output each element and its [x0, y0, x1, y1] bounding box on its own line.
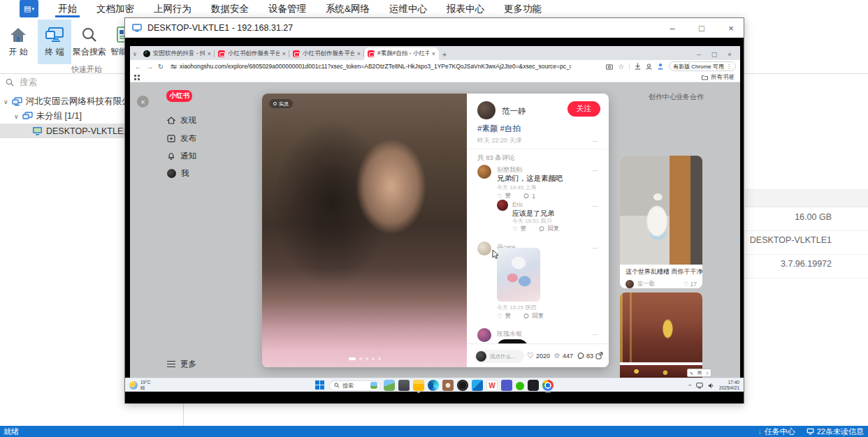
apps-grid-icon[interactable]: [134, 75, 140, 80]
network-icon[interactable]: 网: [697, 370, 702, 376]
chrome-close-button[interactable]: ×: [725, 51, 735, 58]
remote-session-toolbar[interactable]: ✎ 网 ⁝⁝: [687, 369, 711, 377]
like-heart-icon[interactable]: ♡: [497, 313, 502, 320]
card-caption[interactable]: 这个世界乱糟糟 而你干干净净: [620, 265, 702, 276]
commenter-avatar[interactable]: [497, 200, 508, 211]
more-options-icon[interactable]: …: [592, 136, 599, 143]
copilot-icon[interactable]: [457, 380, 468, 391]
display-tray-icon[interactable]: [696, 383, 703, 389]
photos-icon[interactable]: [442, 380, 454, 391]
reload-icon[interactable]: ↻: [155, 63, 166, 71]
annotate-icon[interactable]: ✎: [690, 371, 693, 376]
outlook-icon[interactable]: [472, 380, 483, 391]
carousel-dots[interactable]: [262, 357, 467, 360]
tab-close-icon[interactable]: ×: [357, 50, 361, 57]
menu-item-doc-encrypt[interactable]: 文档加密: [87, 0, 144, 18]
sidebar-search[interactable]: 搜索: [0, 75, 124, 89]
like-heart-icon[interactable]: ♡: [683, 281, 689, 288]
tab-search-chevron-icon[interactable]: ∨: [130, 51, 140, 57]
commenter-avatar[interactable]: [477, 165, 491, 179]
like-heart-icon[interactable]: ♡: [527, 351, 534, 360]
nav-discover[interactable]: 发现: [167, 115, 196, 126]
collect-star-icon[interactable]: ☆: [554, 351, 560, 360]
menu-item-ops-center[interactable]: 运维中心: [379, 0, 437, 18]
site-settings-icon[interactable]: [171, 64, 177, 70]
nav-more[interactable]: 更多: [167, 359, 196, 369]
widgets-icon[interactable]: [384, 380, 395, 391]
business-link[interactable]: 业务合作: [676, 92, 704, 102]
new-tab-button[interactable]: +: [439, 50, 450, 59]
all-bookmarks-button[interactable]: 所有书签: [702, 73, 735, 82]
menu-item-more-features[interactable]: 更多功能: [494, 0, 551, 18]
taskbar-search[interactable]: 搜索: [329, 380, 380, 391]
edge-icon[interactable]: [428, 380, 439, 391]
wps-icon[interactable]: W: [486, 380, 498, 391]
like-heart-icon[interactable]: ♡: [497, 193, 502, 200]
menu-item-system-network[interactable]: 系统&网络: [316, 0, 379, 18]
feed-card-dog[interactable]: 这个世界乱糟糟 而你干干净净 笙一歌 ♡ 17: [620, 156, 702, 288]
menu-item-device-mgmt[interactable]: 设备管理: [259, 0, 316, 18]
remote-window-titlebar[interactable]: DESKTOP-VLKTLE1 - 192.168.31.27 – □ ×: [125, 18, 744, 38]
creator-center-link[interactable]: 创作中心: [649, 92, 677, 102]
tab-xhs-note-active[interactable]: #素颜#自拍 - 小红书 ×: [364, 47, 439, 60]
more-options-icon[interactable]: …: [592, 201, 599, 208]
tree-item-desktop-vlktle1[interactable]: DESKTOP-VLKTLE1: [0, 124, 124, 138]
note-hashtags[interactable]: #素颜 #自拍: [477, 124, 521, 134]
nav-publish[interactable]: 发布: [167, 133, 196, 144]
commenter-name[interactable]: Eric: [512, 201, 523, 208]
wechat-icon[interactable]: [516, 382, 524, 390]
screenshot-icon[interactable]: [606, 64, 613, 70]
commenter-avatar[interactable]: [477, 328, 491, 342]
menu-item-start[interactable]: 开始: [48, 0, 87, 18]
dark-folder-icon[interactable]: [398, 380, 410, 391]
close-button[interactable]: ×: [725, 23, 737, 34]
more-options-icon[interactable]: …: [592, 165, 599, 172]
author-name[interactable]: 范一静: [502, 106, 526, 117]
comment-bubble-icon[interactable]: [523, 193, 529, 199]
tab-close-icon[interactable]: ×: [208, 50, 211, 57]
tab-close-icon[interactable]: ×: [282, 50, 286, 57]
note-photo[interactable]: 实况: [262, 94, 467, 367]
comment-image[interactable]: [497, 248, 540, 302]
feed-card-school[interactable]: [620, 292, 702, 378]
black-app-icon[interactable]: [528, 380, 539, 391]
nav-notifications[interactable]: 通知: [167, 151, 196, 161]
author-avatar[interactable]: [477, 101, 496, 119]
comment-bubble-icon[interactable]: [577, 353, 584, 360]
extension-icon[interactable]: [646, 64, 652, 70]
chevron-down-icon[interactable]: ∨: [3, 98, 8, 105]
file-explorer-icon[interactable]: [413, 380, 424, 391]
tab-douyin[interactable]: 安固软件的抖音 - 抖音 ×: [140, 47, 215, 60]
expand-icon[interactable]: ⁝⁝: [706, 371, 709, 376]
chrome-update-pill[interactable]: 有新版 Chrome 可用 ⋮: [669, 61, 736, 71]
more-options-icon[interactable]: …: [592, 243, 599, 250]
unread-messages-button[interactable]: 22条未读信息: [806, 427, 864, 437]
profile-avatar-icon[interactable]: [657, 63, 664, 70]
comment-bubble-icon[interactable]: [523, 313, 529, 319]
modal-close-button[interactable]: ×: [137, 96, 149, 108]
bookmark-star-icon[interactable]: ☆: [618, 63, 624, 71]
menu-item-data-security[interactable]: 数据安全: [201, 0, 259, 18]
ribbon-home-button[interactable]: 开 始: [1, 20, 35, 64]
forward-icon[interactable]: →: [144, 63, 155, 71]
share-icon[interactable]: [595, 352, 603, 360]
chrome-icon[interactable]: [542, 380, 554, 391]
tab-xhs-creator-1[interactable]: 小红书创作服务平台 ×: [215, 47, 289, 60]
kebab-menu-icon[interactable]: ⋮: [726, 64, 732, 70]
more-options-icon[interactable]: …: [592, 329, 599, 336]
taskbar-clock[interactable]: 17:40 2025/4/21: [719, 380, 739, 391]
commenter-avatar[interactable]: [477, 242, 491, 255]
ribbon-terminal-button[interactable]: 终 端: [38, 20, 71, 64]
chrome-minimize-button[interactable]: –: [694, 51, 704, 58]
start-button[interactable]: [315, 380, 326, 391]
task-center-button[interactable]: ↓ 任务中心: [758, 427, 795, 437]
minimize-button[interactable]: –: [667, 23, 678, 34]
commenter-name[interactable]: 玫瑰水银: [497, 329, 522, 339]
card-user-avatar[interactable]: [625, 280, 634, 288]
comment-bubble-icon[interactable]: [539, 226, 544, 232]
menu-item-report-center[interactable]: 报表中心: [437, 0, 494, 18]
download-icon[interactable]: [635, 63, 641, 70]
ribbon-search-button[interactable]: 聚合搜索: [73, 20, 106, 64]
tray-chevron-icon[interactable]: ^: [688, 383, 691, 389]
url-text[interactable]: xiaohongshu.com/explore/6805029a00000000…: [180, 63, 571, 70]
